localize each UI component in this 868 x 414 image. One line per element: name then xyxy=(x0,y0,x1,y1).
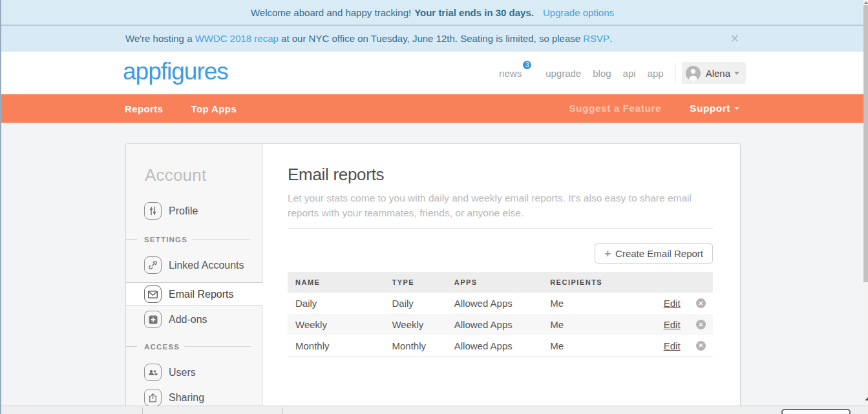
avatar xyxy=(686,66,701,81)
cell-name: Monthly xyxy=(288,335,384,357)
sidebar-item-profile[interactable]: Profile xyxy=(126,202,262,220)
nav-blog[interactable]: blog xyxy=(593,68,611,79)
user-menu[interactable]: Alena xyxy=(682,62,746,84)
col-header-recipients: RECIPIENTS xyxy=(542,272,656,293)
sidebar-item-linked-accounts[interactable]: Linked Accounts xyxy=(126,256,262,274)
col-header-name: NAME xyxy=(288,272,384,293)
cell-name: Weekly xyxy=(288,314,384,335)
cell-apps: Allowed Apps xyxy=(447,293,542,314)
plus-icon: + xyxy=(604,247,611,260)
header-divider xyxy=(675,63,675,83)
trial-ends-text: Your trial ends in 30 days. xyxy=(414,7,534,18)
create-email-report-button[interactable]: + Create Email Report xyxy=(595,243,713,264)
vertical-scrollbar[interactable] xyxy=(863,0,868,406)
support-caret-icon xyxy=(734,107,739,110)
page-description: Let your stats come to you with daily an… xyxy=(288,191,713,220)
main-navbar: Reports Top Apps Suggest a Feature Suppo… xyxy=(1,94,863,123)
sidebar-item-email-reports[interactable]: Email Reports xyxy=(126,282,262,306)
sidebar-section-settings: SETTINGS xyxy=(126,235,262,243)
cell-type: Monthly xyxy=(384,335,446,357)
taskbar-separator xyxy=(282,408,283,414)
cell-recipients: Me xyxy=(542,335,656,357)
appfigures-logo[interactable]: appfigures xyxy=(123,58,228,85)
username: Alena xyxy=(706,68,730,79)
table-row: Weekly Weekly Allowed Apps Me Edit ✕ xyxy=(288,314,713,335)
sidebar-item-label: Users xyxy=(169,367,196,378)
settings-card: Account Profile SETTINGS xyxy=(125,143,741,406)
edit-link[interactable]: Edit xyxy=(664,319,681,330)
rsvp-link[interactable]: RSVP xyxy=(583,33,609,44)
cell-recipients: Me xyxy=(542,293,656,314)
nav-top-apps[interactable]: Top Apps xyxy=(191,103,237,114)
window-border xyxy=(0,0,1,414)
envelope-icon xyxy=(144,285,162,303)
link-icon xyxy=(144,256,162,274)
email-reports-table: NAME TYPE APPS RECIPIENTS Daily xyxy=(288,272,713,357)
content-area: Account Profile SETTINGS xyxy=(1,123,863,406)
nav-suggest-feature[interactable]: Suggest a Feature xyxy=(569,103,661,114)
trial-message: Welcome aboard and happy tracking! xyxy=(251,7,411,18)
nav-api[interactable]: api xyxy=(623,68,636,79)
nav-app[interactable]: app xyxy=(648,68,664,79)
bottom-taskbar xyxy=(0,406,868,414)
wwdc-recap-link[interactable]: WWDC 2018 recap xyxy=(195,33,279,44)
cell-type: Daily xyxy=(384,293,446,314)
account-sidebar: Account Profile SETTINGS xyxy=(126,144,262,406)
cell-name: Daily xyxy=(288,293,384,314)
sidebar-item-users[interactable]: Users xyxy=(126,364,262,381)
event-banner: We're hosting a WWDC 2018 recap at our N… xyxy=(1,26,863,52)
divider xyxy=(288,228,713,229)
page-title: Email reports xyxy=(288,165,713,185)
event-middle: at our NYC office on Tuesday, June 12th.… xyxy=(281,33,580,44)
scroll-up-icon[interactable] xyxy=(864,1,868,4)
users-icon xyxy=(144,364,162,381)
sidebar-item-label: Add-ons xyxy=(169,314,207,326)
cell-type: Weekly xyxy=(384,314,446,335)
share-icon xyxy=(144,389,162,406)
sidebar-item-label: Linked Accounts xyxy=(169,260,244,271)
table-row: Monthly Monthly Allowed Apps Me Edit ✕ xyxy=(288,335,713,357)
close-icon[interactable]: × xyxy=(730,32,739,45)
sidebar-section-access: ACCESS xyxy=(126,342,262,351)
sliders-icon xyxy=(144,202,162,220)
scrollbar-thumb[interactable] xyxy=(863,5,868,282)
nav-support[interactable]: Support xyxy=(690,103,739,114)
trial-banner: Welcome aboard and happy tracking! Your … xyxy=(1,0,863,25)
plus-square-icon xyxy=(144,311,162,328)
nav-reports[interactable]: Reports xyxy=(125,103,163,114)
delete-icon[interactable]: ✕ xyxy=(696,298,706,308)
cell-recipients: Me xyxy=(542,314,656,335)
scroll-grip-icon xyxy=(865,397,868,400)
email-reports-panel: Email reports Let your stats come to you… xyxy=(262,144,740,406)
edit-link[interactable]: Edit xyxy=(664,298,681,309)
col-header-type: TYPE xyxy=(384,272,446,293)
user-caret-icon xyxy=(734,72,739,75)
taskbar-button[interactable] xyxy=(781,409,851,414)
top-header: appfigures news3 upgrade blog api app Al… xyxy=(1,52,863,94)
event-prefix: We're hosting a xyxy=(125,33,192,44)
delete-icon[interactable]: ✕ xyxy=(696,341,706,351)
edit-link[interactable]: Edit xyxy=(664,340,681,351)
delete-icon[interactable]: ✕ xyxy=(696,320,706,329)
sidebar-title: Account xyxy=(145,165,262,185)
table-row: Daily Daily Allowed Apps Me Edit ✕ xyxy=(288,293,713,314)
sidebar-item-sharing[interactable]: Sharing xyxy=(126,389,262,406)
taskbar-separator xyxy=(142,408,143,414)
app-window: Welcome aboard and happy tracking! Your … xyxy=(0,0,868,414)
nav-news[interactable]: news3 xyxy=(499,68,522,79)
sidebar-item-addons[interactable]: Add-ons xyxy=(126,311,262,328)
cell-apps: Allowed Apps xyxy=(447,335,542,357)
nav-upgrade[interactable]: upgrade xyxy=(545,68,581,79)
event-suffix: . xyxy=(609,33,612,44)
sidebar-item-label: Profile xyxy=(169,205,198,217)
table-header-row: NAME TYPE APPS RECIPIENTS xyxy=(288,272,713,293)
col-header-apps: APPS xyxy=(447,272,542,293)
news-badge: 3 xyxy=(522,59,533,70)
sidebar-item-label: Sharing xyxy=(169,392,204,404)
cell-apps: Allowed Apps xyxy=(447,314,542,335)
sidebar-item-label: Email Reports xyxy=(169,289,233,300)
upgrade-options-link[interactable]: Upgrade options xyxy=(543,7,614,18)
